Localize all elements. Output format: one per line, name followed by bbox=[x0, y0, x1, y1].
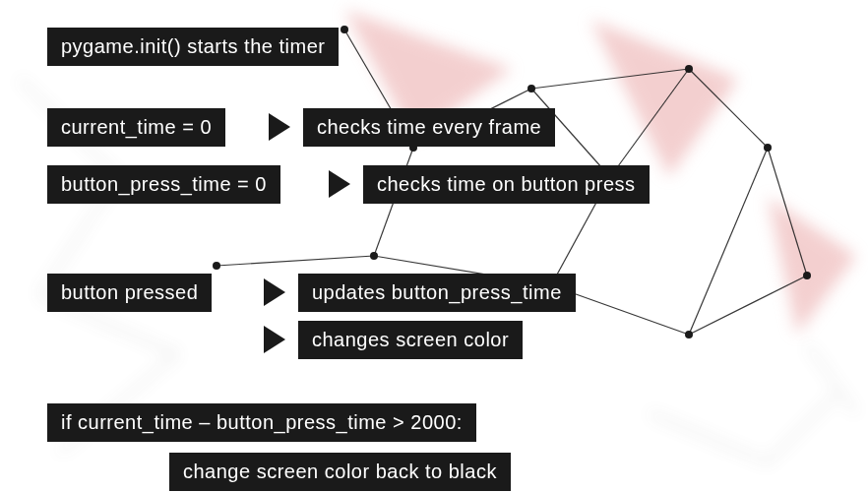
svg-point-27 bbox=[527, 85, 535, 92]
arrow-icon bbox=[264, 278, 285, 306]
svg-point-34 bbox=[370, 252, 378, 260]
svg-point-31 bbox=[803, 272, 811, 279]
button-press-time-box: button_press_time = 0 bbox=[47, 165, 280, 204]
button-press-time-desc-box: checks time on button press bbox=[363, 165, 650, 204]
result-box: change screen color back to black bbox=[169, 453, 511, 491]
svg-point-35 bbox=[213, 262, 220, 270]
updates-box: updates button_press_time bbox=[298, 274, 576, 312]
arrow-icon bbox=[269, 113, 290, 141]
svg-point-25 bbox=[341, 26, 348, 33]
init-box: pygame.init() starts the timer bbox=[47, 28, 339, 66]
arrow-icon bbox=[264, 326, 285, 353]
changes-color-box: changes screen color bbox=[298, 321, 523, 359]
svg-point-30 bbox=[764, 144, 772, 152]
svg-point-29 bbox=[685, 65, 693, 73]
current-time-box: current_time = 0 bbox=[47, 108, 225, 147]
svg-point-33 bbox=[685, 331, 693, 338]
button-pressed-box: button pressed bbox=[47, 274, 212, 312]
arrow-icon bbox=[329, 170, 350, 198]
current-time-desc-box: checks time every frame bbox=[303, 108, 555, 147]
condition-box: if current_time – button_press_time > 20… bbox=[47, 403, 476, 442]
